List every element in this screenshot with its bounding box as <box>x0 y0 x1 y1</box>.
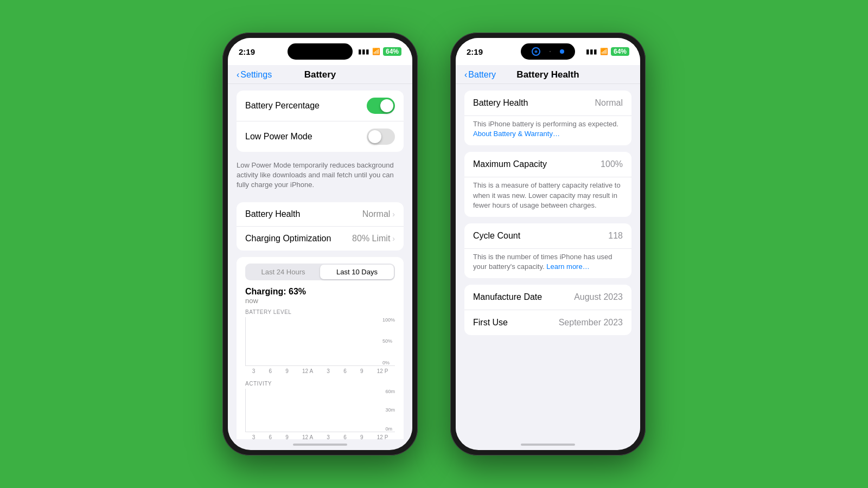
battery-health-info-row: Battery Health Normal <box>464 91 631 116</box>
battery-health-value: Normal › <box>362 209 395 219</box>
manufacture-date-val: August 2023 <box>574 292 623 302</box>
di-ring: ◉ <box>532 47 540 56</box>
phone-1: 2:19 ▮▮▮ 📶 64% ‹ Settings Battery Batter… <box>222 33 418 455</box>
battery-health-desc: This iPhone battery is performing as exp… <box>464 116 631 145</box>
status-bar-1: 2:19 ▮▮▮ 📶 64% <box>228 38 412 65</box>
activity-label: ACTIVITY <box>245 381 395 387</box>
chevron-back-icon-2: ‹ <box>464 70 467 80</box>
time-1: 2:19 <box>239 47 255 56</box>
battery-x-labels: 3 6 9 12 A 3 6 9 12 P <box>245 368 395 374</box>
battery-level-chart: 100% 50% 0% <box>245 317 395 366</box>
max-capacity-val: 100% <box>601 159 623 169</box>
low-power-label: Low Power Mode <box>245 132 312 142</box>
nav-title-1: Battery <box>304 69 336 80</box>
time-now-label: now <box>245 297 395 305</box>
nav-bar-2: ‹ Battery Battery Health <box>456 65 640 84</box>
learn-more-link[interactable]: Learn more… <box>546 262 589 271</box>
toggle-section: Battery Percentage Low Power Mode <box>237 91 404 152</box>
battery-health-info-val: Normal <box>595 98 623 108</box>
charging-optimization-row[interactable]: Charging Optimization 80% Limit › <box>237 227 404 251</box>
wifi-icon: 📶 <box>372 48 380 55</box>
low-power-description: Low Power Mode temporarily reduces backg… <box>228 158 412 196</box>
back-label-2[interactable]: Battery <box>468 70 496 80</box>
battery-status-2: 64% <box>611 47 629 56</box>
charging-opt-label: Charging Optimization <box>245 234 331 243</box>
first-use-row: First Use September 2023 <box>464 310 631 335</box>
low-power-row: Low Power Mode <box>237 121 404 152</box>
manufacture-date-row: Manufacture Date August 2023 <box>464 285 631 310</box>
max-capacity-desc: This is a measure of battery capacity re… <box>464 177 631 217</box>
about-battery-link[interactable]: About Battery & Warranty… <box>473 130 560 138</box>
battery-health-label: Battery Health <box>245 209 300 219</box>
activity-x-labels: 3 6 9 12 A 3 6 9 12 P <box>245 434 395 439</box>
tab-10d[interactable]: Last 10 Days <box>320 265 394 279</box>
cycle-count-desc: This is the number of times iPhone has u… <box>464 249 631 278</box>
charging-chevron: › <box>392 234 395 243</box>
dynamic-island-2: ◉ <box>521 43 575 60</box>
max-capacity-section: Maximum Capacity 100% This is a measure … <box>464 152 631 217</box>
nav-title-2: Battery Health <box>516 69 579 80</box>
chevron-back-icon: ‹ <box>237 70 239 80</box>
max-capacity-label: Maximum Capacity <box>473 159 547 169</box>
phone-2: ◉ 2:19 ▮▮▮ 📶 64% ‹ Battery Battery Healt… <box>450 33 646 455</box>
status-icons-1: ▮▮▮ 📶 64% <box>358 47 401 56</box>
phone-content-1: Battery Percentage Low Power Mode Low Po… <box>228 84 412 439</box>
battery-y-labels: 100% 50% 0% <box>382 317 395 365</box>
cycle-count-label: Cycle Count <box>473 231 520 241</box>
battery-percentage-row: Battery Percentage <box>237 91 404 121</box>
home-indicator-1 <box>228 439 412 450</box>
battery-percentage-label: Battery Percentage <box>245 101 320 111</box>
charging-opt-value: 80% Limit › <box>352 234 395 243</box>
dates-section: Manufacture Date August 2023 First Use S… <box>464 285 631 335</box>
manufacture-date-label: Manufacture Date <box>473 292 542 302</box>
activity-y-labels: 60m 30m 0m <box>385 389 395 432</box>
status-bar-2: ◉ 2:19 ▮▮▮ 📶 64% <box>456 38 640 65</box>
battery-health-row[interactable]: Battery Health Normal › <box>237 202 404 227</box>
time-tab-bar: Last 24 Hours Last 10 Days <box>245 264 395 280</box>
battery-percentage-toggle[interactable] <box>367 98 395 114</box>
first-use-val: September 2023 <box>559 318 623 328</box>
battery-status-1: 64% <box>383 47 401 56</box>
health-chevron: › <box>392 210 395 219</box>
signal-icon: ▮▮▮ <box>358 48 369 55</box>
nav-bar-1: ‹ Settings Battery <box>228 65 412 84</box>
time-2: 2:19 <box>467 47 483 56</box>
tab-24h[interactable]: Last 24 Hours <box>246 265 320 279</box>
back-button-1[interactable]: ‹ Settings <box>237 70 272 80</box>
phone-content-2: Battery Health Normal This iPhone batter… <box>456 84 640 439</box>
signal-icon-2: ▮▮▮ <box>586 48 597 55</box>
dynamic-island-1 <box>288 43 353 60</box>
status-icons-2: ▮▮▮ 📶 64% <box>586 47 629 56</box>
di-dot <box>560 49 564 54</box>
battery-health-info-label: Battery Health <box>473 98 528 108</box>
home-indicator-2 <box>456 439 640 450</box>
cycle-count-row: Cycle Count 118 <box>464 223 631 249</box>
cycle-count-val: 118 <box>608 231 623 241</box>
wifi-icon-2: 📶 <box>600 48 608 55</box>
first-use-label: First Use <box>473 318 508 328</box>
back-label-1[interactable]: Settings <box>240 70 272 80</box>
chart-section: Last 24 Hours Last 10 Days Charging: 63%… <box>237 257 404 439</box>
activity-chart: 60m 30m 0m <box>245 389 395 432</box>
battery-health-section: Battery Health Normal This iPhone batter… <box>464 91 631 145</box>
back-button-2[interactable]: ‹ Battery <box>464 70 496 80</box>
cycle-count-section: Cycle Count 118 This is the number of ti… <box>464 223 631 278</box>
charging-label: Charging: 63% <box>245 287 395 297</box>
low-power-toggle[interactable] <box>367 129 395 145</box>
battery-level-label: BATTERY LEVEL <box>245 309 395 315</box>
health-section: Battery Health Normal › Charging Optimiz… <box>237 202 404 251</box>
max-capacity-row: Maximum Capacity 100% <box>464 152 631 177</box>
